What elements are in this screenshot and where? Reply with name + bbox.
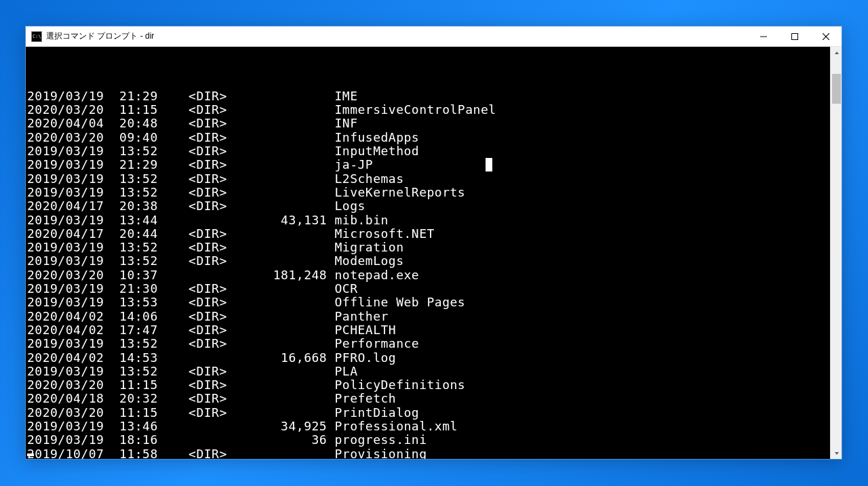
titlebar[interactable]: 選択コマンド プロンプト - dir [26, 26, 842, 47]
listing-row: 2019/03/19 13:52 <DIR> ModemLogs [27, 254, 830, 268]
listing-row: 2019/03/19 21:30 <DIR> OCR [27, 282, 830, 296]
listing-row: 2019/10/07 11:58 <DIR> Provisioning [27, 447, 830, 459]
terminal-output[interactable]: 2019/03/19 21:29 <DIR> IME2020/03/20 11:… [26, 47, 830, 459]
scroll-up-button[interactable] [831, 47, 842, 58]
cmd-icon [31, 31, 42, 42]
scroll-down-button[interactable] [831, 447, 842, 459]
svg-marker-4 [835, 52, 839, 54]
listing-row: 2019/03/19 13:46 34,925 Professional.xml [27, 420, 830, 433]
listing-row: 2019/03/19 13:52 <DIR> L2Schemas [27, 172, 830, 186]
svg-marker-5 [835, 452, 839, 455]
listing-row: 2019/03/19 13:52 <DIR> Migration [27, 241, 830, 254]
listing-row: 2020/04/17 20:44 <DIR> Microsoft.NET [27, 227, 830, 241]
client-area: 2019/03/19 21:29 <DIR> IME2020/03/20 11:… [26, 47, 842, 459]
listing-row: 2020/03/20 10:37 181,248 notepad.exe [27, 268, 830, 282]
listing-row: 2019/03/19 13:53 <DIR> Offline Web Pages [27, 296, 830, 309]
listing-row: 2019/03/19 13:44 43,131 mib.bin [27, 214, 830, 227]
listing-row: 2020/04/02 17:47 <DIR> PCHEALTH [27, 323, 830, 337]
listing-row: 2019/03/19 13:52 <DIR> LiveKernelReports [27, 186, 830, 199]
prompt-cursor [27, 453, 34, 456]
listing-row: 2019/03/19 13:52 <DIR> InputMethod [27, 144, 830, 158]
listing-row: 2020/03/20 09:40 <DIR> InfusedApps [27, 131, 830, 144]
listing-row: 2019/03/19 18:16 36 progress.ini [27, 433, 830, 447]
window-title: 選択コマンド プロンプト - dir [46, 31, 154, 42]
selection-cursor [486, 158, 492, 171]
scroll-thumb[interactable] [832, 74, 841, 104]
listing-row: 2020/04/02 14:53 16,668 PFRO.log [27, 351, 830, 365]
listing-row: 2020/04/18 20:32 <DIR> Prefetch [27, 392, 830, 405]
vertical-scrollbar[interactable] [830, 47, 842, 459]
cmd-window: 選択コマンド プロンプト - dir 2019/03/19 21:29 <DIR… [25, 26, 842, 460]
svg-rect-1 [792, 33, 798, 39]
listing-row: 2020/03/20 11:15 <DIR> ImmersiveControlP… [27, 103, 830, 117]
maximize-button[interactable] [779, 26, 810, 47]
close-button[interactable] [810, 26, 842, 47]
minimize-button[interactable] [748, 26, 779, 47]
listing-row: 2020/04/17 20:38 <DIR> Logs [27, 199, 830, 213]
listing-row: 2020/04/02 14:06 <DIR> Panther [27, 310, 830, 323]
listing-row: 2019/03/19 21:29 <DIR> IME [27, 89, 830, 103]
listing-row: 2019/03/19 13:52 <DIR> Performance [27, 337, 830, 350]
listing-row: 2020/03/20 11:15 <DIR> PrintDialog [27, 406, 830, 420]
listing-row: 2019/03/19 13:52 <DIR> PLA [27, 365, 830, 378]
listing-row: 2020/04/04 20:48 <DIR> INF [27, 117, 830, 130]
listing-row: 2020/03/20 11:15 <DIR> PolicyDefinitions [27, 378, 830, 392]
listing-row: 2019/03/19 21:29 <DIR> ja-JP [27, 158, 830, 171]
